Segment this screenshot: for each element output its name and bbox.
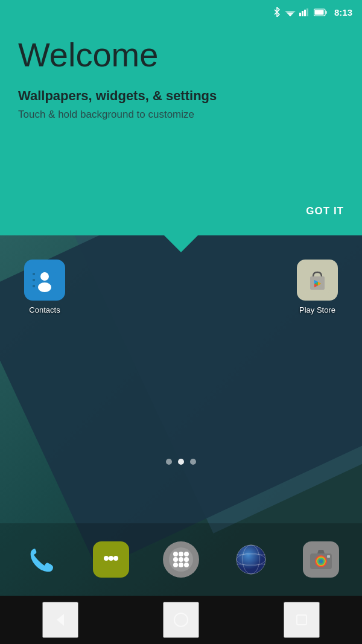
nav-bar bbox=[0, 596, 362, 644]
svg-point-34 bbox=[179, 563, 183, 567]
page-indicator bbox=[0, 459, 362, 465]
got-it-button[interactable]: GOT IT bbox=[306, 205, 344, 217]
main-icons-row: Contacts Play Store bbox=[0, 235, 362, 314]
svg-point-14 bbox=[40, 272, 49, 281]
svg-rect-11 bbox=[33, 273, 35, 275]
svg-rect-3 bbox=[299, 13, 301, 16]
svg-rect-5 bbox=[304, 10, 306, 16]
welcome-description: Touch & hold background to customize bbox=[18, 109, 344, 121]
dot-2 bbox=[178, 459, 184, 465]
launcher-app[interactable] bbox=[163, 541, 199, 578]
svg-point-31 bbox=[179, 557, 183, 562]
svg-point-33 bbox=[173, 563, 178, 567]
svg-point-28 bbox=[179, 552, 183, 556]
welcome-subtitle: Wallpapers, widgets, & settings bbox=[18, 88, 344, 104]
status-bar: 8:13 bbox=[0, 0, 362, 24]
svg-rect-6 bbox=[306, 8, 308, 16]
dock-row bbox=[0, 523, 362, 596]
contacts-icon bbox=[24, 260, 65, 301]
svg-point-27 bbox=[173, 552, 178, 556]
svg-point-32 bbox=[184, 557, 189, 562]
svg-rect-12 bbox=[33, 279, 35, 281]
svg-rect-8 bbox=[325, 11, 326, 14]
svg-rect-50 bbox=[297, 615, 306, 625]
playstore-icon bbox=[297, 260, 338, 301]
camera-app[interactable] bbox=[303, 541, 339, 578]
recents-button[interactable] bbox=[284, 602, 320, 638]
svg-marker-48 bbox=[57, 614, 64, 626]
camera-icon bbox=[303, 541, 339, 578]
home-button[interactable] bbox=[163, 602, 199, 638]
phone-app[interactable] bbox=[23, 541, 59, 578]
bluetooth-icon bbox=[273, 7, 281, 17]
playstore-app[interactable]: Play Store bbox=[297, 260, 338, 314]
svg-point-24 bbox=[109, 556, 113, 561]
browser-icon bbox=[233, 541, 269, 578]
svg-rect-47 bbox=[327, 555, 330, 558]
launcher-icon bbox=[163, 541, 199, 578]
status-icons: 8:13 bbox=[273, 7, 352, 18]
contacts-svg bbox=[31, 267, 58, 293]
svg-point-49 bbox=[174, 613, 188, 626]
messenger-app[interactable] bbox=[93, 541, 129, 578]
dot-3 bbox=[190, 459, 196, 465]
playstore-label: Play Store bbox=[299, 305, 335, 314]
svg-marker-2 bbox=[289, 15, 291, 16]
launcher-svg bbox=[168, 546, 194, 573]
contacts-app[interactable]: Contacts bbox=[24, 260, 65, 314]
camera-svg bbox=[308, 546, 334, 573]
svg-rect-4 bbox=[302, 11, 303, 16]
signal-icon bbox=[299, 8, 310, 16]
svg-rect-9 bbox=[314, 10, 323, 14]
wifi-icon bbox=[285, 8, 296, 16]
messenger-icon bbox=[93, 541, 129, 578]
back-icon bbox=[52, 611, 69, 628]
svg-point-35 bbox=[184, 563, 189, 567]
svg-point-46 bbox=[319, 560, 323, 563]
welcome-card: Welcome Wallpapers, widgets, & settings … bbox=[0, 0, 362, 235]
svg-point-29 bbox=[184, 552, 189, 556]
messenger-svg bbox=[98, 546, 124, 573]
recents-icon bbox=[293, 611, 310, 628]
browser-svg bbox=[234, 543, 268, 576]
phone-svg bbox=[25, 544, 57, 575]
contacts-label: Contacts bbox=[29, 305, 60, 314]
svg-point-15 bbox=[38, 282, 51, 292]
dot-1 bbox=[166, 459, 172, 465]
svg-point-23 bbox=[104, 556, 109, 561]
svg-rect-13 bbox=[33, 285, 35, 287]
playstore-svg bbox=[304, 267, 331, 293]
status-time: 8:13 bbox=[334, 7, 352, 18]
svg-point-30 bbox=[173, 557, 178, 562]
back-button[interactable] bbox=[42, 602, 78, 638]
welcome-title: Welcome bbox=[18, 36, 344, 74]
home-icon bbox=[173, 611, 189, 628]
svg-point-25 bbox=[113, 556, 118, 561]
phone-icon bbox=[23, 541, 59, 578]
browser-app[interactable] bbox=[233, 541, 269, 578]
battery-icon bbox=[314, 8, 327, 16]
